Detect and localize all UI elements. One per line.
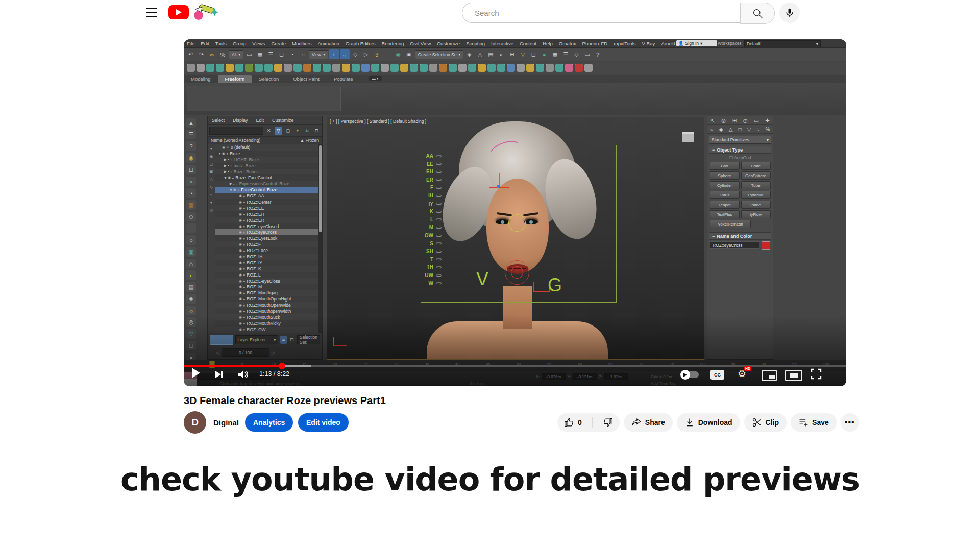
z-coordinate-field[interactable]: 1.93m bbox=[604, 373, 628, 380]
max-menu-item[interactable]: Phoenix FD bbox=[579, 41, 611, 46]
filter-funnel-icon[interactable]: ▽ bbox=[275, 127, 283, 135]
max-menu-item[interactable]: Edit bbox=[198, 41, 212, 46]
tree-row[interactable]: ◉●ROZ::L bbox=[215, 272, 322, 278]
tree-row[interactable]: ▼◉●FaceControl_Roze bbox=[215, 187, 322, 193]
toolbar-icon[interactable]: ↷ bbox=[197, 49, 206, 59]
hierarchy-icon[interactable]: ⊟ bbox=[312, 127, 321, 135]
plugin-toolbar-icon[interactable] bbox=[226, 64, 234, 72]
visibility-eye-icon[interactable]: ◉ bbox=[239, 297, 242, 301]
phoneme-arrow-control[interactable]: ⇨ bbox=[436, 177, 442, 182]
phoneme-arrow-control[interactable]: ⇨ bbox=[436, 193, 442, 198]
tree-row[interactable]: ◉●ROZ::K bbox=[215, 266, 322, 272]
search-button[interactable] bbox=[740, 3, 775, 24]
left-toolbar-icon[interactable]: ◉ bbox=[186, 153, 196, 163]
toolbar-icon[interactable]: ▷ bbox=[361, 49, 371, 59]
dislike-button[interactable] bbox=[596, 413, 620, 432]
primitive-button-geosphere[interactable]: GeoSphere bbox=[741, 171, 771, 180]
plugin-toolbar-icon[interactable] bbox=[526, 64, 534, 72]
add-icon[interactable]: + bbox=[293, 127, 302, 135]
voxelremesh-button[interactable]: VoxelRemesh bbox=[710, 220, 751, 228]
tree-row[interactable]: ◉●ROZ::Mouthgag bbox=[215, 290, 322, 296]
plugin-toolbar-icon[interactable] bbox=[206, 64, 214, 72]
toolbar-icon[interactable]: % bbox=[218, 49, 228, 59]
max-menu-item[interactable]: Views bbox=[249, 41, 268, 46]
toolbar-icon[interactable]: △ bbox=[475, 49, 485, 59]
expander-icon[interactable]: ▶ bbox=[223, 170, 228, 174]
frame-back-button[interactable]: ◁ bbox=[216, 350, 219, 355]
plugin-toolbar-icon[interactable] bbox=[274, 64, 282, 72]
max-menu-item[interactable]: File bbox=[184, 41, 198, 46]
search-input[interactable] bbox=[462, 3, 740, 23]
like-button[interactable]: 0 bbox=[557, 413, 589, 432]
left-toolbar-icon[interactable]: ○ bbox=[186, 235, 196, 245]
plugin-toolbar-icon[interactable] bbox=[264, 64, 273, 72]
phoneme-arrow-control[interactable]: ⇨ bbox=[436, 201, 442, 206]
visibility-eye-icon[interactable]: ▪ bbox=[233, 182, 234, 186]
left-toolbar-icon[interactable]: ▲ bbox=[186, 118, 196, 128]
primitive-button-plane[interactable]: Plane bbox=[741, 201, 771, 209]
visibility-eye-icon[interactable]: ▪ bbox=[228, 164, 229, 167]
primitive-button-tyflow[interactable]: tyFlow bbox=[741, 210, 771, 218]
plugin-toolbar-icon[interactable] bbox=[245, 64, 253, 72]
left-toolbar-icon[interactable]: ≡ bbox=[186, 223, 196, 233]
toolbar-icon[interactable]: ∞ bbox=[207, 49, 217, 59]
phoneme-arrow-control[interactable]: ⇨ bbox=[436, 273, 442, 278]
utilities-tab-icon[interactable]: ✚ bbox=[765, 118, 769, 123]
max-menu-item[interactable]: Rendering bbox=[378, 41, 407, 46]
plugin-toolbar-icon[interactable] bbox=[255, 64, 263, 72]
visibility-eye-icon[interactable]: ◉ bbox=[239, 218, 242, 222]
max-menu-item[interactable]: Modifiers bbox=[289, 41, 315, 46]
plugin-toolbar-icon[interactable] bbox=[429, 64, 437, 72]
channel-avatar[interactable]: D bbox=[184, 411, 206, 434]
ribbon-tab-modeling[interactable]: Modeling bbox=[184, 75, 218, 83]
tree-row[interactable]: ▼◉●Roze bbox=[215, 151, 322, 157]
visibility-eye-icon[interactable]: ◉ bbox=[239, 328, 242, 332]
strip-icon[interactable]: ● bbox=[210, 146, 213, 151]
toolbar-icon[interactable]: ◈ bbox=[464, 49, 474, 59]
ribbon-tab-populate[interactable]: Populate bbox=[327, 75, 360, 83]
clip-button[interactable]: Clip bbox=[744, 413, 787, 432]
plugin-toolbar-icon[interactable] bbox=[575, 64, 583, 72]
plugin-toolbar-icon[interactable] bbox=[323, 64, 331, 72]
miniplayer-button[interactable] bbox=[762, 370, 777, 381]
max-menu-item[interactable]: Ornatrix bbox=[556, 41, 579, 46]
tree-row[interactable]: ◉●ROZ::OW bbox=[215, 327, 322, 333]
tree-row[interactable]: ▶▪●matz_Roze bbox=[215, 163, 322, 169]
expander-icon[interactable]: ▶ bbox=[229, 182, 233, 186]
left-toolbar-icon[interactable]: ▤ bbox=[186, 282, 196, 292]
explorer-search-input[interactable] bbox=[209, 127, 263, 135]
toolbar-icon[interactable]: ↶ bbox=[186, 49, 195, 59]
channel-name[interactable]: Diginal bbox=[213, 418, 239, 427]
primitive-button-teapot[interactable]: Teapot bbox=[710, 201, 740, 209]
toolbar-icon[interactable]: ◻ bbox=[277, 49, 286, 59]
toolbar-icon[interactable]: ◻ bbox=[529, 49, 538, 59]
plugin-toolbar-icon[interactable] bbox=[342, 64, 350, 72]
plugin-toolbar-icon[interactable] bbox=[420, 64, 428, 72]
phoneme-arrow-control[interactable]: ⇨ bbox=[436, 225, 442, 230]
expander-icon[interactable]: ▶ bbox=[223, 158, 228, 162]
tree-row[interactable]: ◉●ROZ::ER bbox=[215, 217, 322, 223]
primitive-button-tube[interactable]: Tube bbox=[741, 181, 771, 189]
motion-tab-icon[interactable]: ◷ bbox=[743, 118, 748, 123]
tree-row[interactable]: ▶▪●Roze_Bones bbox=[215, 169, 322, 175]
tree-row[interactable]: ◉●ROZ::AA bbox=[215, 193, 322, 199]
lock-icon[interactable]: ◻ bbox=[284, 127, 292, 135]
volume-icon[interactable] bbox=[237, 368, 249, 381]
object-type-rollout[interactable]: −Object Type bbox=[709, 146, 771, 154]
tree-row[interactable]: ◉●ROZ::EE bbox=[215, 205, 322, 211]
plugin-toolbar-icon[interactable] bbox=[371, 64, 379, 72]
strip-icon[interactable]: ◎ bbox=[210, 208, 213, 212]
left-toolbar-icon[interactable]: △ bbox=[186, 259, 196, 268]
video-player[interactable]: FileEditToolsGroupViewsCreateModifiersAn… bbox=[184, 39, 846, 386]
explorer-menu-item[interactable]: Customize bbox=[268, 118, 298, 123]
edit-video-button[interactable]: Edit video bbox=[298, 413, 349, 432]
frame-forward-button[interactable]: ▷ bbox=[272, 350, 275, 355]
left-toolbar-icon[interactable]: ▣ bbox=[186, 247, 196, 257]
plugin-toolbar-icon[interactable] bbox=[507, 64, 515, 72]
toolbar-icon[interactable]: ◔ bbox=[287, 49, 297, 59]
toolbar-dropdown[interactable]: View▾ bbox=[309, 50, 328, 59]
max-menu-item[interactable]: Interactive bbox=[488, 41, 517, 46]
toolbar-icon[interactable]: ▦ bbox=[550, 49, 560, 59]
plugin-toolbar-icon[interactable] bbox=[187, 64, 195, 72]
toolbar-icon[interactable]: ○ bbox=[298, 49, 308, 59]
